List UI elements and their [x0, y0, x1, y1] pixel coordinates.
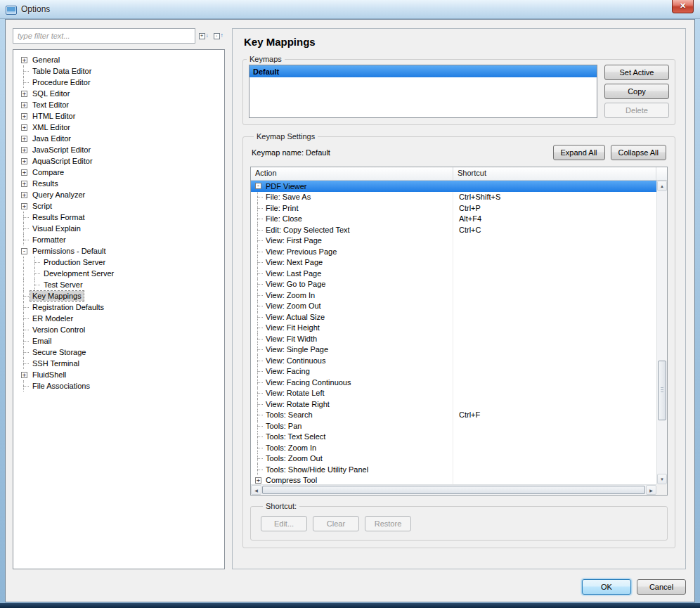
tree-item-procedure-editor[interactable]: Procedure Editor [19, 77, 224, 88]
tree-item-query-analyzer[interactable]: +Query Analyzer [19, 189, 224, 200]
keymap-row-view-single-page[interactable]: View: Single Page [251, 344, 656, 356]
collapse-all-button[interactable]: Collapse All [611, 145, 666, 160]
filter-input[interactable] [13, 28, 195, 44]
keymap-row-view-continuous[interactable]: View: Continuous [251, 355, 656, 366]
keymap-row-view-go-to-page[interactable]: View: Go to Page [251, 279, 656, 290]
expand-node-icon[interactable]: + [21, 57, 27, 63]
expand-node-icon[interactable]: + [21, 102, 27, 108]
tree-item-version-control[interactable]: Version Control [19, 324, 224, 335]
tree-item-secure-storage[interactable]: Secure Storage [19, 347, 224, 358]
keymap-row-tools-pan[interactable]: Tools: Pan [251, 420, 656, 432]
keymap-row-view-fit-width[interactable]: View: Fit Width [251, 333, 656, 344]
tree-item-registration-defaults[interactable]: Registration Defaults [19, 302, 224, 313]
horizontal-scroll-track[interactable] [261, 485, 646, 495]
horizontal-scroll-thumb[interactable] [262, 486, 645, 494]
tree-item-results[interactable]: +Results [19, 178, 224, 189]
keymap-row-view-zoom-out[interactable]: View: Zoom Out [251, 301, 656, 312]
keymap-row-view-last-page[interactable]: View: Last Page [251, 268, 656, 279]
tree-item-aquascript-editor[interactable]: +AquaScript Editor [19, 155, 224, 167]
titlebar[interactable]: Options ✕ [0, 0, 700, 19]
keymap-row-view-rotate-right[interactable]: View: Rotate Right [251, 399, 656, 410]
tree-item-java-editor[interactable]: +Java Editor [19, 133, 224, 144]
tree-item-file-associations[interactable]: File Associations [19, 380, 224, 392]
tree-item-sql-editor[interactable]: +SQL Editor [19, 88, 224, 99]
vertical-scroll-thumb[interactable] [658, 361, 666, 420]
expand-node-icon[interactable]: + [21, 158, 27, 164]
collapse-all-tree-button[interactable]: -↑ [212, 29, 225, 43]
tree-item-text-editor[interactable]: +Text Editor [19, 99, 224, 110]
scroll-left-button[interactable]: ◀ [251, 485, 261, 495]
expand-node-icon[interactable]: + [21, 147, 27, 153]
tree-item-xml-editor[interactable]: +XML Editor [19, 122, 224, 133]
tree-item-visual-explain[interactable]: Visual Explain [19, 223, 224, 234]
expand-node-icon[interactable]: + [21, 124, 27, 131]
tree-item-key-mappings[interactable]: Key Mappings [19, 290, 224, 302]
keymap-row-tools-show-hide-utility-panel[interactable]: Tools: Show/Hide Utility Panel [251, 464, 656, 475]
keymap-row-view-first-page[interactable]: View: First Page [251, 235, 656, 247]
expand-node-icon[interactable]: + [21, 203, 27, 209]
keymap-row-edit-copy-selected-text[interactable]: Edit: Copy Selected TextCtrl+C [251, 224, 656, 235]
vertical-scrollbar[interactable]: ▲ ▼ [656, 181, 667, 484]
expand-all-button[interactable]: Expand All [553, 145, 605, 160]
scroll-down-button[interactable]: ▼ [657, 474, 667, 484]
tree-item-permissions-default[interactable]: -Permissions - Default [19, 245, 224, 257]
tree-item-general[interactable]: +General [19, 54, 224, 65]
expand-node-icon[interactable]: + [21, 192, 27, 198]
tree-item-production-server[interactable]: Production Server [19, 257, 224, 268]
tree-item-javascript-editor[interactable]: +JavaScript Editor [19, 144, 224, 155]
arrow-down-icon: ↓ [206, 33, 209, 39]
scroll-right-button[interactable]: ▶ [646, 485, 656, 495]
column-header-action[interactable]: Action [251, 167, 453, 180]
tree-item-ssh-terminal[interactable]: SSH Terminal [19, 358, 224, 369]
expand-node-icon[interactable]: + [21, 91, 27, 97]
tree-item-er-modeler[interactable]: ER Modeler [19, 313, 224, 324]
keymap-row-file-close[interactable]: File: CloseAlt+F4 [251, 214, 656, 225]
keymap-row-tools-zoom-in[interactable]: Tools: Zoom In [251, 442, 656, 453]
set-active-button[interactable]: Set Active [604, 65, 669, 80]
tree-item-test-server[interactable]: Test Server [19, 279, 224, 290]
close-button[interactable]: ✕ [672, 0, 694, 13]
vertical-scroll-track[interactable] [657, 191, 667, 474]
copy-button[interactable]: Copy [604, 84, 669, 99]
expand-node-icon[interactable]: + [21, 169, 27, 176]
keymap-row-view-actual-size[interactable]: View: Actual Size [251, 311, 656, 323]
collapse-node-icon[interactable]: - [255, 183, 261, 189]
keymap-row-view-facing-continuous[interactable]: View: Facing Continuous [251, 377, 656, 388]
tree-item-table-data-editor[interactable]: Table Data Editor [19, 65, 224, 77]
scroll-up-button[interactable]: ▲ [657, 181, 667, 191]
keymap-row-tools-zoom-out[interactable]: Tools: Zoom Out [251, 453, 656, 465]
column-header-shortcut[interactable]: Shortcut [453, 167, 656, 180]
keymap-row-pdf-viewer[interactable]: -PDF Viewer [251, 181, 656, 192]
keymap-row-view-fit-height[interactable]: View: Fit Height [251, 323, 656, 334]
keymap-row-compress-tool[interactable]: +Compress Tool [251, 475, 656, 485]
keymaps-list[interactable]: Default [249, 65, 597, 118]
keymap-row-view-next-page[interactable]: View: Next Page [251, 257, 656, 269]
tree-item-compare[interactable]: +Compare [19, 167, 224, 178]
tree-item-development-server[interactable]: Development Server [19, 268, 224, 279]
expand-node-icon[interactable]: + [21, 372, 27, 378]
tree-item-fluidshell[interactable]: +FluidShell [19, 369, 224, 380]
expand-node-icon[interactable]: + [255, 477, 261, 484]
tree-item-html-editor[interactable]: +HTML Editor [19, 110, 224, 122]
expand-all-tree-button[interactable]: +↓ [197, 29, 210, 43]
collapse-node-icon[interactable]: - [21, 248, 27, 254]
horizontal-scrollbar[interactable]: ◀ ▶ [251, 484, 656, 495]
keymap-row-view-zoom-in[interactable]: View: Zoom In [251, 290, 656, 301]
keymap-row-view-facing[interactable]: View: Facing [251, 366, 656, 377]
keymap-row-tools-text-select[interactable]: Tools: Text Select [251, 432, 656, 443]
keymap-row-view-previous-page[interactable]: View: Previous Page [251, 246, 656, 257]
expand-node-icon[interactable]: + [21, 181, 27, 187]
tree-item-email[interactable]: Email [19, 335, 224, 347]
tree-item-script[interactable]: +Script [19, 200, 224, 212]
keymap-row-file-save-as[interactable]: File: Save AsCtrl+Shift+S [251, 192, 656, 203]
tree-item-results-format[interactable]: Results Format [19, 212, 224, 223]
keymap-row-file-print[interactable]: File: PrintCtrl+P [251, 202, 656, 214]
keymap-row-tools-search[interactable]: Tools: SearchCtrl+F [251, 410, 656, 421]
expand-node-icon[interactable]: + [21, 136, 27, 142]
keymap-row-view-rotate-left[interactable]: View: Rotate Left [251, 388, 656, 399]
cancel-button[interactable]: Cancel [637, 579, 686, 595]
expand-node-icon[interactable]: + [21, 113, 27, 119]
tree-item-formatter[interactable]: Formatter [19, 234, 224, 245]
keymap-item-default[interactable]: Default [249, 65, 597, 77]
ok-button[interactable]: OK [582, 579, 631, 595]
